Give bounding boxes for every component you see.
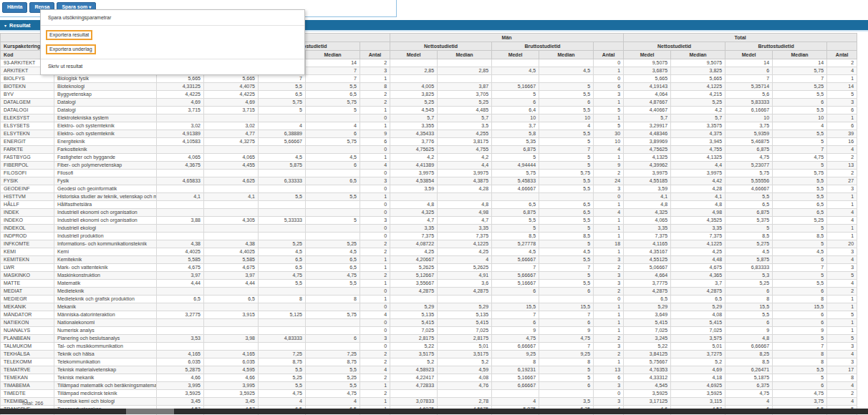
value-cell: 3,9975 <box>624 170 671 177</box>
value-cell: 5,66667 <box>259 138 306 146</box>
horizontal-scrollbar[interactable] <box>0 409 868 414</box>
value-cell <box>204 288 259 296</box>
value-cell: 3,35 <box>390 225 438 233</box>
menu-item[interactable]: Spara utsökningsparametrar <box>41 13 304 23</box>
value-cell: 4,44 <box>157 280 204 288</box>
value-cell: 4,66667 <box>725 185 773 193</box>
value-cell <box>157 327 204 335</box>
value-cell <box>306 185 360 193</box>
value-cell: 4,75 <box>539 335 594 343</box>
table-row: ELSYTEKNElektro- och systemteknik4,91389… <box>1 130 857 138</box>
value-cell: 6 <box>492 288 539 296</box>
value-cell: 4,1165 <box>624 240 671 248</box>
course-name-cell: Biologisk fysik <box>54 75 157 83</box>
value-cell: 4,675 <box>157 264 204 272</box>
value-cell: 13 <box>594 366 624 374</box>
value-cell: 4,91389 <box>157 130 204 138</box>
value-cell: 4,59 <box>438 366 492 374</box>
value-cell: 2 <box>360 390 390 398</box>
value-cell: 5 <box>492 154 539 162</box>
table-row: FASTBYGGFastigheter och byggande4,0654,0… <box>1 154 857 162</box>
value-cell <box>390 59 438 67</box>
value-cell <box>438 75 492 83</box>
table-row: TALMUKOMTal- och musikkommunikation05,22… <box>1 343 857 351</box>
value-cell: 4 <box>827 209 857 217</box>
value-cell: 4,8 <box>624 201 671 209</box>
value-cell: 5,5 <box>773 280 827 288</box>
subgroup-header: Bruttostudietid <box>725 42 827 51</box>
value-cell: 14 <box>306 59 360 67</box>
value-cell: 7,025 <box>624 327 671 335</box>
value-cell: 3,53 <box>157 335 204 343</box>
value-cell: 4 <box>827 146 857 154</box>
value-cell: 8 <box>492 358 539 366</box>
value-cell: 7 <box>492 311 539 319</box>
value-cell: 1 <box>594 358 624 366</box>
value-cell: 4,4 <box>671 162 725 170</box>
value-cell: 4,66 <box>204 374 259 382</box>
value-cell: 4,2 <box>438 154 492 162</box>
value-cell: 4,4 <box>438 162 492 170</box>
value-cell: 6 <box>827 122 857 130</box>
table-row: TIMABEMATillämpad matematik och beräknin… <box>1 382 857 390</box>
value-cell: 5,25 <box>259 374 306 382</box>
value-cell: 3,7275 <box>671 351 725 358</box>
value-cell: 4,98 <box>671 209 725 217</box>
value-cell: 5,125 <box>259 311 306 319</box>
value-cell: 5,5 <box>725 311 773 319</box>
value-cell: 4,545 <box>624 382 671 390</box>
value-cell: 3,45 <box>157 398 204 406</box>
application-window: Hämta Rensa Spara som ▾ ▾ Resultat Kvinn… <box>0 0 868 415</box>
value-cell: 1 <box>827 225 857 233</box>
course-code-cell: TEMATRVE <box>1 366 54 374</box>
value-cell: 2,8175 <box>438 335 492 343</box>
value-cell: 5 <box>773 162 827 170</box>
value-cell: 5,415 <box>624 319 671 327</box>
results-table: KvinnorMänTotalKurspaketeringNettostudie… <box>0 33 857 415</box>
value-cell <box>492 390 539 398</box>
value-cell <box>306 288 360 296</box>
value-cell: 0 <box>360 225 390 233</box>
value-cell: 6 <box>306 162 360 170</box>
value-cell: 3,825 <box>390 91 438 99</box>
value-cell <box>157 201 204 209</box>
value-cell: 4,005 <box>390 83 438 91</box>
value-cell: 3,5925 <box>157 390 204 398</box>
value-cell: 4,5 <box>306 248 360 256</box>
value-cell: 3,59 <box>390 185 438 193</box>
value-cell: 5,66667 <box>492 272 539 280</box>
value-cell: 5,75 <box>306 99 360 107</box>
course-name-cell: Planering och beslutsanalys <box>54 335 157 343</box>
value-cell <box>306 343 360 351</box>
value-cell <box>438 59 492 67</box>
value-cell: 5,01 <box>671 343 725 351</box>
value-cell: 5,45833 <box>492 177 539 185</box>
course-name-cell: Teknik och hälsa <box>54 351 157 358</box>
course-code-cell: MEDIEGR <box>1 296 54 303</box>
scrollbar-thumb[interactable] <box>126 409 174 414</box>
value-cell: 4,75 <box>492 335 539 343</box>
value-cell: 2 <box>594 170 624 177</box>
value-cell: 5,5 <box>492 217 539 225</box>
value-cell: 4,5 <box>306 154 360 162</box>
menu-item[interactable]: Skriv ut resultat <box>41 62 304 72</box>
value-cell: 0 <box>360 146 390 154</box>
value-cell: 6,5 <box>204 296 259 303</box>
course-name-cell: Geodesi och geoinformatik <box>54 185 157 193</box>
menu-item[interactable]: Exportera resultat <box>41 28 304 42</box>
value-cell: 5,5 <box>259 382 306 390</box>
table-row: DATALOGIDatalogi3,7153,7155514,5454,4856… <box>1 107 857 114</box>
value-cell: 5,375 <box>725 217 773 225</box>
value-cell: 5,16667 <box>492 83 539 91</box>
value-cell: 5 <box>773 240 827 248</box>
value-cell: 4,5 <box>773 248 827 256</box>
value-cell: 4 <box>827 256 857 264</box>
value-cell: 0 <box>360 201 390 209</box>
course-name-cell: Fastigheter och byggande <box>54 154 157 162</box>
value-cell: 3,07833 <box>390 398 438 406</box>
menu-item[interactable]: Exportera underlag <box>41 42 304 57</box>
fetch-button[interactable]: Hämta <box>2 2 27 13</box>
value-cell: 4 <box>827 217 857 225</box>
value-cell: 3,02 <box>204 122 259 130</box>
table-row: MEKANIKMekanik05,295,2915,515,515,295,29… <box>1 303 857 311</box>
